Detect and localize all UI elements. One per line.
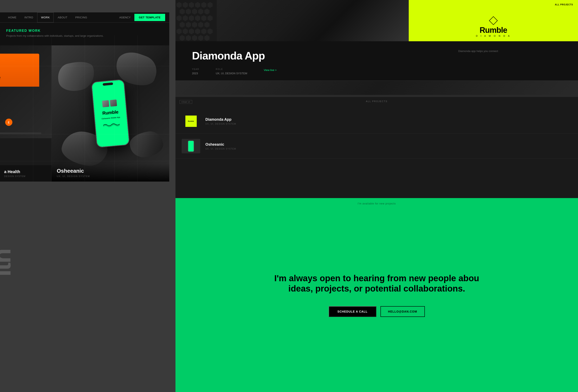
thumb-phone-screen	[188, 141, 194, 151]
contact-title-line2: ideas, projects, or potential collaborat…	[289, 283, 465, 294]
diamond-icon	[489, 16, 498, 25]
year-value: 2023	[192, 72, 198, 75]
phone-brand: Rumble	[102, 109, 119, 116]
list-name-osheeanic: Osheeanic	[205, 142, 572, 147]
thumb-osheeanic	[182, 139, 200, 153]
project-info-osheeanic: Osheeanic UX, UI, DESIGN SYSTEM	[52, 164, 169, 181]
list-tags-osheeanic: UX, UI, DESIGN SYSTEM	[205, 148, 572, 150]
project-card-health[interactable]: e alth £ a Health DESIGN SYSTEM	[0, 45, 52, 181]
phone-app-subtitle: Osheeanic Mobile App	[101, 116, 120, 120]
all-projects-panel: Clean UI ALL PROJECTS Rumble Diamonda Ap…	[176, 97, 578, 198]
role-column: ROLE UX, UI, DESIGN SYSTEM	[216, 68, 247, 75]
all-projects-button[interactable]: ALL PROJECTS	[552, 2, 576, 7]
featured-title: FEATURED WORK	[6, 29, 163, 33]
year-column: YEAR 2023	[192, 68, 199, 75]
view-live-link[interactable]: View live >	[264, 69, 277, 72]
list-item-diamonda[interactable]: Rumble Diamonda App UX, UI, DESIGN SYSTE…	[176, 109, 578, 134]
list-item-osheeanic[interactable]: Osheeanic UX, UI, DESIGN SYSTEM	[176, 134, 578, 159]
left-panel: HOME INTRO WORK ABOUT PRICING AGENCY GET…	[0, 12, 169, 181]
contact-section: I'm available for new projects I'm alway…	[176, 198, 578, 392]
nav-intro[interactable]: INTRO	[20, 12, 37, 22]
phone-screen: Rumble Osheeanic Mobile App	[92, 80, 129, 147]
thumb-diamond-text: Rumble	[188, 120, 194, 122]
diamonda-logo-sub: D I A M O N D A	[476, 35, 511, 37]
nav-work[interactable]: WORK	[37, 12, 54, 22]
laptop-screen-content: e alth	[0, 54, 39, 87]
phone-screen-images	[102, 99, 117, 107]
laptop-letter: e	[0, 74, 36, 81]
project-tags-osheeanic: UX, UI, DESIGN SYSTEM	[57, 175, 164, 177]
role-label: ROLE	[216, 68, 247, 70]
thumb-diamond-inner: Rumble	[185, 116, 197, 127]
laptop-screen-subtitle: alth	[0, 82, 36, 84]
contact-buttons: SCHEDULE A CALL HELLO@DAN.COM	[329, 306, 425, 317]
dark-image-strip	[217, 0, 409, 41]
diamonda-yellow-section: ALL PROJECTS Rumble D I A M O N D A	[409, 0, 578, 41]
laptop-base	[0, 132, 41, 134]
texture-strip	[176, 81, 578, 95]
project-name-osheeanic: Osheeanic	[57, 168, 164, 174]
project-card-osheeanic[interactable]: Rumble Osheeanic Mobile App Osheeanic UX…	[52, 45, 169, 181]
laptop-badge: £	[5, 119, 12, 126]
laptop-screen: e alth	[0, 54, 39, 87]
year-label: YEAR	[192, 68, 199, 70]
thumb-phone-mini	[188, 140, 194, 152]
list-info-osheeanic: Osheeanic UX, UI, DESIGN SYSTEM	[205, 142, 572, 150]
email-button[interactable]: HELLO@DAN.COM	[381, 306, 425, 317]
projects-grid: e alth £ a Health DESIGN SYSTEM	[0, 45, 169, 181]
featured-section: FEATURED WORK Projects from my collabora…	[0, 23, 169, 41]
diamonda-logo: Rumble D I A M O N D A	[476, 18, 511, 37]
phone-mockup: Rumble Osheeanic Mobile App	[91, 79, 130, 148]
diamonda-details: YEAR 2023 ROLE UX, UI, DESIGN SYSTEM Vie…	[192, 68, 562, 75]
list-info-diamonda: Diamonda App UX, UI, DESIGN SYSTEM	[205, 117, 572, 125]
nav-about[interactable]: ABOUT	[54, 12, 71, 22]
contact-title-line1: I'm always open to hearing from new peop…	[274, 273, 479, 283]
clean-ui-badge: Clean UI	[180, 100, 192, 104]
list-tags-diamonda: UX, UI, DESIGN SYSTEM	[205, 123, 572, 125]
list-name-diamonda: Diamonda App	[205, 117, 572, 122]
thumb-diamonda: Rumble	[182, 114, 200, 128]
rock-decoration-3	[128, 129, 165, 160]
nav-pricing[interactable]: PRICING	[71, 12, 91, 22]
role-value: UX, UI, DESIGN SYSTEM	[216, 72, 247, 75]
featured-subtitle: Projects from my collaborations with ind…	[6, 34, 163, 37]
phone-wave-icon	[103, 122, 120, 128]
nav-agency[interactable]: AGENCY	[116, 14, 134, 21]
nav-home[interactable]: HOME	[4, 12, 20, 22]
phone-thumb-1	[102, 100, 109, 107]
diamonda-logo-text: Rumble	[476, 26, 511, 35]
view-live-column[interactable]: View live >	[264, 68, 277, 75]
all-projects-header: ALL PROJECTS	[176, 97, 578, 103]
schedule-call-button[interactable]: SCHEDULE A CALL	[329, 306, 376, 317]
vertical-decorative-text: Ith	[0, 173, 39, 276]
diamonda-detail-section: Diamonda App YEAR 2023 ROLE UX, UI, DESI…	[176, 41, 578, 83]
get-template-button[interactable]: GET TEMPLATE	[134, 14, 165, 21]
available-badge: I'm available for new projects	[358, 202, 396, 205]
laptop-mockup: e alth £	[0, 45, 52, 138]
right-panel: ALL PROJECTS Rumble D I A M O N D A Diam…	[176, 0, 578, 392]
phone-background: Rumble Osheeanic Mobile App	[52, 45, 169, 181]
diamonda-description: Diamonda app helps you connect	[458, 49, 562, 53]
navigation: HOME INTRO WORK ABOUT PRICING AGENCY GET…	[0, 12, 169, 23]
phone-thumb-2	[110, 99, 117, 107]
